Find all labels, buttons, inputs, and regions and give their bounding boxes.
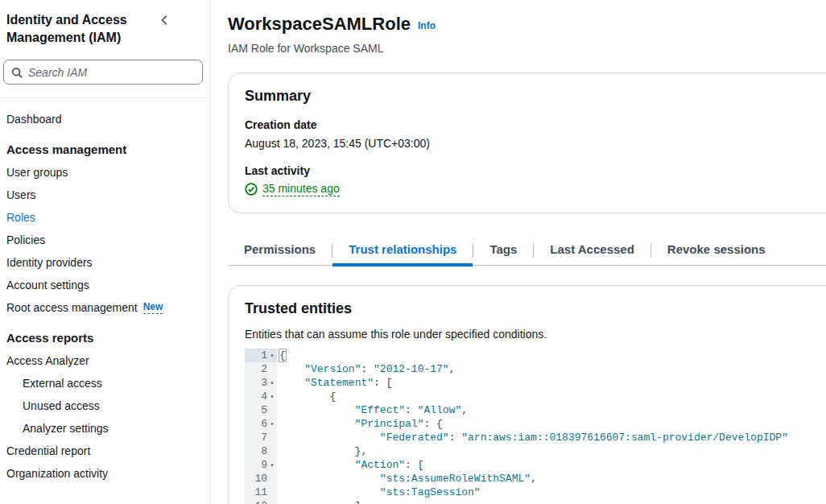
sidebar: Identity and Access Management (IAM) Das… <box>0 0 210 504</box>
tab-revoke-sessions[interactable]: Revoke sessions <box>651 236 782 266</box>
code-text: { <box>277 390 336 403</box>
page-header: WorkspaceSAMLRole Info <box>228 13 826 35</box>
line-number[interactable]: 5 <box>245 403 277 417</box>
sidebar-item-label: External access <box>23 372 102 395</box>
page-subtitle: IAM Role for Workspace SAML <box>228 42 826 55</box>
tab-permissions[interactable]: Permissions <box>228 236 332 266</box>
fold-toggle-icon[interactable]: ▾ <box>267 376 277 390</box>
code-text: "sts:TagSession" <box>277 485 481 499</box>
code-line: 12 ], <box>245 499 826 504</box>
last-activity-value[interactable]: 35 minutes ago <box>262 181 340 196</box>
line-number[interactable]: 9▾ <box>245 458 277 472</box>
line-number[interactable]: 3▾ <box>245 376 277 390</box>
sidebar-item-unused-access[interactable]: Unused access <box>0 395 209 417</box>
search-box[interactable] <box>3 60 203 85</box>
line-number[interactable]: 8 <box>245 444 277 458</box>
sidebar-item-label: Unused access <box>23 395 100 417</box>
last-activity-row: 35 minutes ago <box>245 181 826 196</box>
code-line: 11 "sts:TagSession" <box>245 485 826 499</box>
summary-card: Summary Creation date August 18, 2023, 1… <box>228 72 826 213</box>
summary-heading: Summary <box>245 86 826 105</box>
sidebar-item-users[interactable]: Users <box>0 184 209 206</box>
creation-date-label: Creation date <box>245 118 826 132</box>
code-text: "Statement": [ <box>277 376 392 390</box>
page-title: WorkspaceSAMLRole <box>228 13 411 35</box>
code-line: 10 "sts:AssumeRoleWithSAML", <box>245 472 826 485</box>
line-number[interactable]: 6▾ <box>245 417 277 431</box>
fold-toggle-icon[interactable]: ▾ <box>267 458 277 472</box>
search-input[interactable] <box>28 66 195 79</box>
sidebar-item-root-access-management[interactable]: Root access managementNew <box>0 296 209 319</box>
tab-last-accessed[interactable]: Last Accessed <box>534 236 650 266</box>
sidebar-item-access-reports: Access reports <box>0 327 209 349</box>
line-number[interactable]: 2 <box>245 362 277 376</box>
last-activity-field: Last activity 35 minutes ago <box>245 163 826 196</box>
sidebar-item-label: Users <box>6 184 36 206</box>
sidebar-item-label: Root access management <box>6 296 138 319</box>
code-text: }, <box>277 444 367 458</box>
sidebar-header: Identity and Access Management (IAM) <box>0 0 209 47</box>
code-text: "Principal": { <box>277 417 443 431</box>
sidebar-item-account-settings[interactable]: Account settings <box>0 274 209 296</box>
code-text: "Action": [ <box>277 458 423 472</box>
fold-toggle-icon[interactable]: ▾ <box>267 417 277 431</box>
fold-toggle-icon[interactable]: ▾ <box>267 349 277 362</box>
sidebar-item-label: Analyzer settings <box>23 417 109 440</box>
sidebar-item-credential-report[interactable]: Credential report <box>0 440 209 462</box>
code-line: 6▾ "Principal": { <box>245 417 826 431</box>
line-number[interactable]: 12 <box>245 499 277 504</box>
code-line: 5 "Effect": "Allow", <box>245 403 826 417</box>
sidebar-item-access-analyzer[interactable]: Access Analyzer <box>0 349 209 372</box>
line-number[interactable]: 11 <box>245 485 277 499</box>
sidebar-item-label: Roles <box>6 206 35 229</box>
creation-date-value: August 18, 2023, 15:45 (UTC+03:00) <box>245 135 826 151</box>
last-activity-label: Last activity <box>245 163 826 178</box>
trusted-entities-card: Trusted entities Entities that can assum… <box>228 285 826 504</box>
sidebar-item-label: Organization activity <box>6 462 108 485</box>
code-text: "Federated": "arn:aws:iam::018397616607:… <box>277 431 788 444</box>
tabs: PermissionsTrust relationshipsTagsLast A… <box>228 236 826 266</box>
line-number[interactable]: 1▾ <box>245 349 277 362</box>
sidebar-item-organization-activity[interactable]: Organization activity <box>0 462 209 485</box>
new-badge: New <box>143 301 163 314</box>
sidebar-item-label: Policies <box>6 229 45 251</box>
tab-trust-relationships[interactable]: Trust relationships <box>332 236 473 266</box>
main-content: WorkspaceSAMLRole Info IAM Role for Work… <box>211 0 826 504</box>
code-line: 2 "Version": "2012-10-17", <box>245 362 826 376</box>
code-line: 7 "Federated": "arn:aws:iam::01839761660… <box>245 431 826 444</box>
sidebar-item-analyzer-settings[interactable]: Analyzer settings <box>0 417 209 440</box>
fold-toggle-icon[interactable]: ▾ <box>267 390 277 403</box>
trusted-entities-heading: Trusted entities <box>245 299 826 318</box>
policy-editor[interactable]: 1▾{2 "Version": "2012-10-17",3▾ "Stateme… <box>245 349 826 504</box>
line-number[interactable]: 4▾ <box>245 390 277 403</box>
search-icon <box>11 67 23 78</box>
sidebar-item-policies[interactable]: Policies <box>0 229 209 251</box>
info-link[interactable]: Info <box>418 20 436 31</box>
sidebar-item-identity-providers[interactable]: Identity providers <box>0 251 209 274</box>
line-number[interactable]: 10 <box>245 472 277 485</box>
sidebar-item-dashboard[interactable]: Dashboard <box>0 108 209 130</box>
sidebar-item-user-groups[interactable]: User groups <box>0 161 209 184</box>
chevron-left-icon <box>159 14 171 26</box>
tab-tags[interactable]: Tags <box>473 236 533 266</box>
sidebar-item-label: Access reports <box>6 327 93 349</box>
sidebar-item-label: Identity providers <box>6 251 93 274</box>
iam-console-page: { "colors": { "accent_blue": "#0972d3", … <box>0 0 826 504</box>
code-line: 4▾ { <box>245 390 826 403</box>
sidebar-item-label: Access management <box>6 138 126 161</box>
sidebar-item-label: Account settings <box>6 274 89 296</box>
code-line: 3▾ "Statement": [ <box>245 376 826 390</box>
sidebar-item-roles[interactable]: Roles <box>0 206 209 229</box>
check-circle-icon <box>245 183 258 196</box>
sidebar-collapse-button[interactable] <box>158 11 172 31</box>
creation-date-field: Creation date August 18, 2023, 15:45 (UT… <box>245 118 826 151</box>
code-text: ], <box>277 499 367 504</box>
line-number[interactable]: 7 <box>245 431 277 444</box>
code-text: { <box>277 349 286 362</box>
sidebar-item-external-access[interactable]: External access <box>0 372 209 395</box>
code-text: "sts:AssumeRoleWithSAML", <box>277 472 537 485</box>
sidebar-nav: DashboardAccess managementUser groupsUse… <box>0 98 209 485</box>
sidebar-item-label: Credential report <box>6 440 90 462</box>
sidebar-item-label: Access Analyzer <box>6 349 89 372</box>
code-line: 9▾ "Action": [ <box>245 458 826 472</box>
